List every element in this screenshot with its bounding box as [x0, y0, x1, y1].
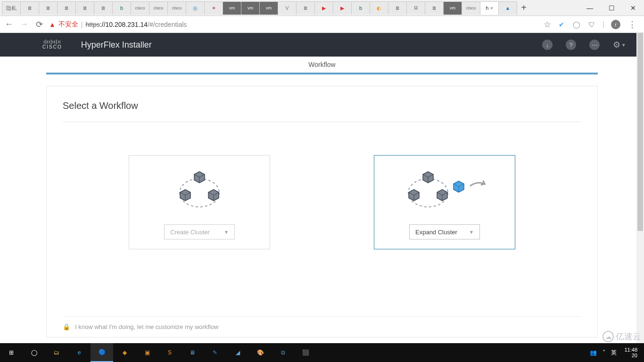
taskbar-right: 👥 ˄ 英 11:48 20 — [590, 347, 644, 358]
tab-item[interactable]: vm — [223, 1, 241, 15]
create-cluster-card[interactable]: Create Cluster ▼ — [129, 155, 270, 249]
tab-item[interactable]: ▶ — [314, 1, 333, 15]
tab-item[interactable]: 🗎 — [57, 1, 76, 15]
tab-item[interactable]: ▶ — [333, 1, 352, 15]
browser-tab-strip: 隐私 🗎 🗎 🗎 🗎 🗎 b cisco cisco cisco ◎ ✶ vm … — [0, 0, 644, 16]
extension-icon[interactable]: ◯ — [572, 20, 581, 29]
tab-item[interactable]: 🗎 — [296, 1, 315, 15]
tab-item[interactable]: vm — [259, 1, 278, 15]
app-icon[interactable]: ⬛ — [294, 343, 317, 362]
url-host: ://10.208.231.14 — [100, 21, 148, 28]
file-explorer-icon[interactable]: 🗂 — [45, 343, 68, 362]
cluster-expand-icon — [400, 167, 489, 209]
app-icon[interactable]: ✎ — [204, 343, 226, 362]
help-icon[interactable]: ? — [566, 40, 576, 50]
ime-indicator[interactable]: 英 — [611, 349, 617, 357]
tab-item[interactable]: cisco — [462, 1, 480, 15]
tab-item[interactable]: V — [278, 1, 297, 15]
app-title: HyperFlex Installer — [81, 40, 542, 50]
tab-item[interactable]: cisco — [149, 1, 168, 15]
settings-button[interactable]: ⚙ ▾ — [613, 40, 625, 50]
tab-item[interactable]: 🗎 — [75, 1, 94, 15]
windows-taskbar: ⊞ ◯ 🗂 e 🔵 ◆ ▣ S 🖥 ✎ ◢ 🎨 ⧉ ⬛ 👥 ˄ 英 11:48 … — [0, 343, 644, 362]
tab-item[interactable]: ◎ — [186, 1, 205, 15]
extension-icon[interactable]: 🛡 — [587, 20, 596, 29]
new-tab-button[interactable]: + — [517, 1, 531, 15]
reload-icon[interactable]: ⟳ — [34, 19, 44, 30]
watermark-icon: ☁ — [603, 331, 614, 342]
watermark-text: 亿速云 — [616, 331, 641, 342]
tray-caret-icon[interactable]: ˄ — [603, 349, 605, 356]
extension-icons: ✔ ◯ 🛡 | r ⋮ — [557, 19, 640, 30]
page-title: Select a Workflow — [63, 100, 581, 111]
cisco-brand-text: CISCO — [42, 45, 62, 49]
vertical-scrollbar[interactable] — [636, 33, 644, 343]
tab-item[interactable]: b — [351, 1, 370, 15]
download-icon[interactable]: ↓ — [542, 40, 553, 50]
tab-active[interactable]: h × — [480, 1, 499, 15]
url-text: https://10.208.231.14/#/credentials — [86, 21, 187, 28]
chevron-down-icon: ▾ — [622, 42, 625, 48]
app-icon[interactable]: ◢ — [226, 343, 249, 362]
chevron-down-icon: ▼ — [469, 230, 474, 235]
tab-item[interactable]: b — [112, 1, 131, 15]
extension-icon[interactable]: ✔ — [557, 20, 566, 29]
expand-cluster-dropdown[interactable]: Expand Cluster ▼ — [409, 224, 480, 239]
bookmark-icon[interactable]: ☆ — [542, 19, 553, 30]
tab-item[interactable]: vm — [241, 1, 260, 15]
app-icon[interactable]: ◆ — [113, 343, 136, 362]
tab-strip: 隐私 🗎 🗎 🗎 🗎 🗎 b cisco cisco cisco ◎ ✶ vm … — [0, 0, 579, 16]
app-icon[interactable]: S — [158, 343, 181, 362]
tab-item[interactable]: 🗎 — [94, 1, 113, 15]
more-icon[interactable]: ⋯ — [589, 40, 600, 50]
page-body: ı|ıı|ıı|ıı CISCO HyperFlex Installer ↓ ?… — [0, 33, 644, 343]
tab-item[interactable]: ◐ — [370, 1, 388, 15]
chrome-icon[interactable]: 🔵 — [91, 343, 113, 362]
create-cluster-graphic — [139, 167, 260, 209]
tab-incognito[interactable]: 隐私 — [2, 1, 21, 15]
start-button[interactable]: ⊞ — [0, 343, 23, 362]
watermark: ☁ 亿速云 — [603, 331, 641, 342]
cortana-icon[interactable]: ◯ — [23, 343, 45, 362]
forward-icon[interactable]: → — [19, 19, 29, 29]
chevron-down-icon: ▼ — [224, 230, 229, 235]
scrollbar-thumb[interactable] — [637, 33, 643, 231]
tab-item[interactable]: cisco — [131, 1, 149, 15]
profile-avatar[interactable]: r — [611, 20, 620, 29]
tab-item[interactable]: 🗎 — [388, 1, 407, 15]
tab-item[interactable]: Я — [406, 1, 425, 15]
app-icon[interactable]: 🎨 — [249, 343, 272, 362]
back-icon[interactable]: ← — [4, 19, 14, 29]
close-icon[interactable]: × — [490, 5, 493, 11]
window-minimize[interactable]: — — [579, 1, 601, 15]
address-bar[interactable]: ▲ 不安全 | https://10.208.231.14/#/credenti… — [49, 20, 537, 29]
app-icon[interactable]: ⧉ — [272, 343, 294, 362]
tab-item[interactable]: 🗎 — [425, 1, 444, 15]
app-icon[interactable]: 🖥 — [181, 343, 204, 362]
workflow-step-indicator: Workflow — [46, 57, 598, 74]
tab-item[interactable]: 🗎 — [20, 1, 39, 15]
window-maximize[interactable]: ☐ — [601, 1, 622, 15]
customize-workflow-link[interactable]: 🔒 I know what I'm doing, let me customiz… — [63, 316, 581, 330]
window-controls: — ☐ ✕ — [579, 1, 644, 15]
clock-date: 20 — [624, 353, 637, 358]
tab-item[interactable]: vm — [443, 1, 462, 15]
expand-cluster-card[interactable]: Expand Cluster ▼ — [374, 155, 515, 249]
create-cluster-dropdown[interactable]: Create Cluster ▼ — [164, 224, 235, 239]
tab-label: h — [486, 5, 488, 11]
tab-item[interactable]: 🗎 — [39, 1, 58, 15]
tab-item[interactable]: ▲ — [498, 1, 517, 15]
warning-icon: ▲ — [49, 21, 56, 28]
menu-icon[interactable]: ⋮ — [627, 19, 637, 30]
ie-icon[interactable]: e — [68, 343, 91, 362]
window-close[interactable]: ✕ — [622, 1, 644, 15]
lock-icon: 🔒 — [63, 323, 70, 330]
not-secure-label: 不安全 — [58, 20, 78, 29]
app-icon[interactable]: ▣ — [136, 343, 158, 362]
divider — [63, 122, 581, 122]
workflow-options: Create Cluster ▼ Expan — [63, 155, 581, 249]
tab-item[interactable]: cisco — [167, 1, 186, 15]
tab-item[interactable]: ✶ — [204, 1, 223, 15]
taskbar-clock[interactable]: 11:48 20 — [622, 347, 639, 358]
tray-people-icon[interactable]: 👥 — [590, 349, 597, 356]
